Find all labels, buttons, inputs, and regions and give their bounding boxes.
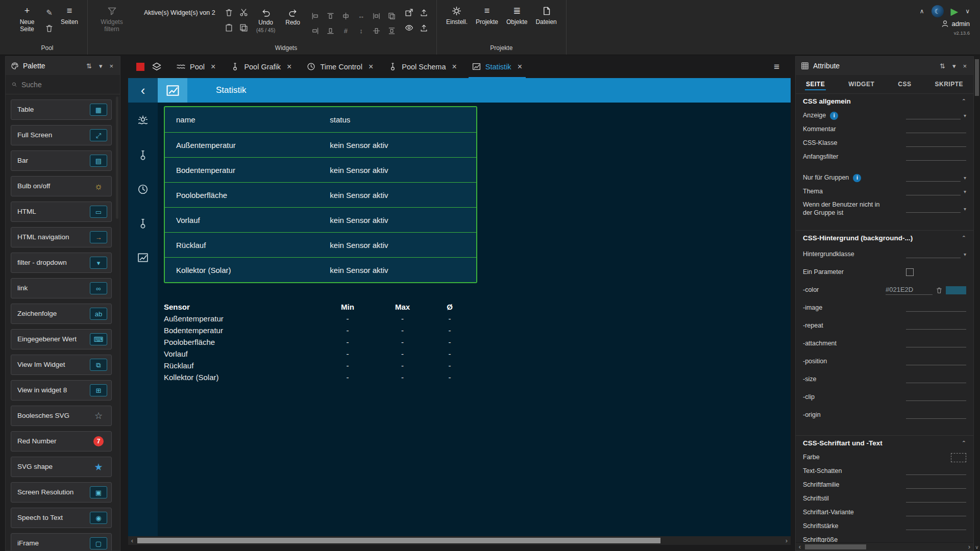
scroll-left-icon[interactable]: ‹ — [796, 543, 804, 550]
align-middle-vertical-icon[interactable] — [370, 24, 383, 37]
color-swatch[interactable] — [946, 286, 966, 294]
palette-widget-item[interactable]: Table ▦ — [11, 99, 112, 120]
redo-button[interactable]: Redo — [280, 4, 305, 26]
palette-widget-item[interactable]: Red Number 7 — [11, 431, 112, 452]
user-menu[interactable]: admin — [941, 20, 970, 28]
input-underline[interactable] — [906, 481, 966, 489]
checkbox[interactable] — [906, 268, 914, 276]
scrollbar-thumb[interactable] — [137, 538, 660, 543]
input-underline[interactable] — [906, 509, 966, 516]
palette-widget-item[interactable]: Speech to Text ◉ — [11, 508, 112, 528]
input-underline[interactable] — [906, 358, 966, 365]
palette-widget-item[interactable]: iFrame ▢ — [11, 533, 112, 550]
attribute-horizontal-scrollbar[interactable]: ‹ › — [796, 542, 973, 550]
weather-page-icon[interactable] — [137, 115, 149, 127]
share-icon[interactable] — [420, 8, 428, 17]
cut-icon[interactable] — [239, 8, 248, 17]
panel-collapse-icon[interactable]: ▾ — [97, 62, 104, 70]
palette-scrollbar[interactable] — [116, 96, 118, 219]
temperature-page-icon[interactable] — [137, 149, 149, 161]
tab-close-icon[interactable]: × — [287, 62, 291, 71]
panel-updown-icon[interactable]: ⇅ — [938, 62, 947, 70]
input-underline[interactable] — [906, 411, 966, 419]
panel-collapse-icon[interactable]: ▾ — [951, 62, 958, 70]
copy-icon[interactable] — [239, 23, 248, 32]
palette-widget-item[interactable]: SVG shape ★ — [11, 457, 112, 477]
schema-page-icon[interactable] — [137, 218, 149, 229]
files-button[interactable]: Dateien — [531, 4, 560, 28]
distribute-vertical-icon[interactable]: ↕ — [354, 24, 368, 37]
panel-updown-icon[interactable]: ⇅ — [85, 62, 93, 70]
input-underline[interactable] — [906, 495, 966, 503]
scrollbar-track[interactable] — [136, 536, 782, 545]
palette-widget-item[interactable]: View Im Widget ⧉ — [11, 355, 112, 375]
undo-button[interactable]: Undo (45 / 45) — [251, 4, 280, 33]
attribute-tab[interactable]: SKRIPTE — [934, 76, 964, 92]
input-underline[interactable] — [906, 322, 966, 330]
input-underline[interactable] — [906, 205, 961, 213]
input-underline[interactable] — [906, 375, 966, 383]
palette-widget-item[interactable]: HTML ▭ — [11, 202, 112, 222]
back-button[interactable]: ‹ — [128, 78, 158, 103]
info-icon[interactable]: i — [830, 112, 838, 120]
grid-snap-icon[interactable]: # — [339, 24, 353, 37]
publish-icon[interactable] — [420, 23, 428, 32]
align-bottom-icon[interactable] — [324, 24, 337, 37]
attribute-tab[interactable]: SEITE — [805, 76, 826, 92]
active-widgets-box[interactable]: Aktive(s) Widget(s) von 2 ▾ — [141, 4, 222, 16]
distribute-horizontal-icon[interactable]: ↔ — [354, 9, 368, 22]
attribute-tab[interactable]: WIDGET — [847, 76, 875, 92]
duplicate-position-icon[interactable] — [385, 9, 399, 22]
page-tab[interactable]: Pool × — [169, 55, 223, 78]
preview-eye-icon[interactable] — [405, 23, 413, 32]
filter-widgets-button[interactable]: Widgets filtern — [93, 4, 131, 35]
tab-close-icon[interactable]: × — [369, 62, 373, 71]
spread-horizontal-icon[interactable] — [370, 9, 383, 22]
palette-widget-item[interactable]: View in widget 8 ⊞ — [11, 380, 112, 400]
palette-widget-item[interactable]: Eingegebener Wert ⌨ — [11, 329, 112, 349]
attribute-tab[interactable]: CSS — [897, 76, 912, 92]
time-control-page-icon[interactable] — [137, 184, 149, 195]
paste-icon[interactable] — [225, 23, 233, 32]
page-tab[interactable]: Time Control × — [299, 55, 381, 78]
sensor-status-table[interactable]: name status Außentemperatur kein Sensor … — [164, 106, 477, 283]
scrollbar-track[interactable] — [804, 543, 965, 550]
input-underline[interactable] — [906, 126, 966, 133]
new-page-button[interactable]: + Neue Seite — [12, 4, 42, 35]
input-underline[interactable] — [906, 467, 966, 475]
run-options-chevron-icon[interactable]: ∨ — [965, 8, 970, 15]
delete-page-icon[interactable] — [45, 24, 54, 33]
align-center-horizontal-icon[interactable] — [339, 9, 353, 22]
palette-widget-item[interactable]: Bar ▤ — [11, 151, 112, 171]
scrollbar-thumb[interactable] — [805, 544, 866, 549]
objects-button[interactable]: ≣ Objekte — [502, 4, 531, 28]
palette-widget-item[interactable]: Screen Resolution ▣ — [11, 482, 112, 503]
input-underline[interactable] — [906, 251, 961, 258]
attribute-value[interactable]: #021E2D — [886, 286, 933, 295]
input-underline[interactable] — [906, 304, 966, 312]
palette-widget-item[interactable]: Full Screen ⤢ — [11, 125, 112, 145]
palette-widget-item[interactable]: Zeichenfolge ab — [11, 304, 112, 324]
design-canvas[interactable]: ‹ Statistik name status Außentemperatur … — [128, 78, 791, 536]
scrollbar-thumb[interactable] — [975, 59, 979, 96]
tab-close-icon[interactable]: × — [211, 62, 215, 71]
align-top-icon[interactable] — [324, 9, 337, 22]
settings-button[interactable]: Einstell. — [442, 4, 472, 28]
run-button[interactable]: ▶ — [951, 7, 959, 16]
input-underline[interactable] — [906, 393, 966, 401]
input-underline[interactable] — [906, 188, 961, 195]
scroll-down-icon[interactable]: ∨ — [974, 544, 980, 550]
page-tab[interactable]: Statistik × — [464, 55, 530, 78]
window-vertical-scrollbar[interactable]: ∨ — [974, 55, 980, 551]
scroll-right-icon[interactable]: › — [782, 537, 791, 544]
color-picker-swatch[interactable] — [951, 453, 966, 462]
align-right-icon[interactable] — [308, 24, 322, 37]
palette-widget-item[interactable]: link ∞ — [11, 278, 112, 298]
pages-button[interactable]: ≡ Seiten — [57, 4, 82, 28]
panel-close-icon[interactable]: × — [961, 62, 968, 70]
tabbar-menu-icon[interactable]: ≡ — [774, 61, 785, 72]
canvas-horizontal-scrollbar[interactable]: ‹ › — [128, 536, 791, 545]
projects-button[interactable]: ≡ Projekte — [472, 4, 502, 28]
input-underline[interactable] — [906, 153, 966, 161]
collapse-toolbar-icon[interactable]: ∧ — [920, 8, 924, 15]
